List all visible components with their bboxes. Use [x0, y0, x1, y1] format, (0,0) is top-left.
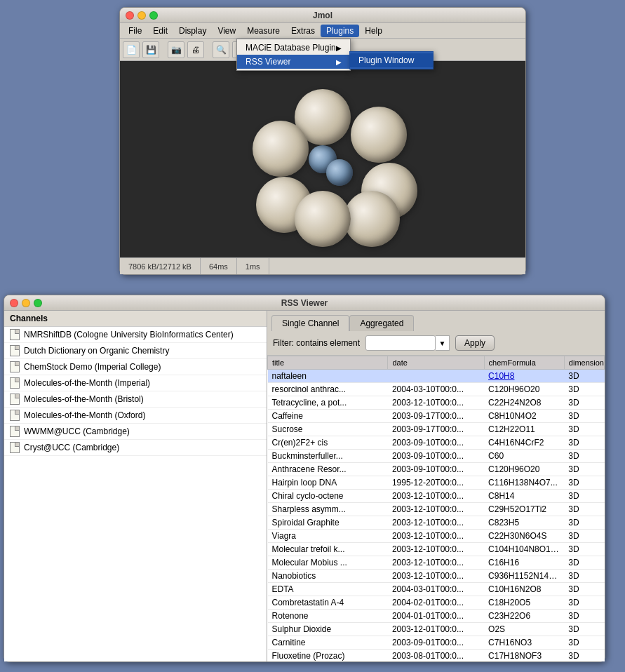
toolbar-zoom-in-btn[interactable]: 🔍: [213, 41, 229, 58]
rss-viewer-item[interactable]: RSS Viewer ▶: [237, 55, 350, 69]
channel-icon: [10, 410, 20, 421]
channel-item[interactable]: Molecules-of-the-Month (Oxford): [4, 408, 267, 424]
channel-icon: [10, 329, 20, 340]
cell-date: 2003-09-17T00:0...: [388, 423, 484, 436]
rss-maximize-button[interactable]: [34, 299, 42, 307]
cell-title: Anthracene Resor...: [268, 463, 388, 476]
tab-aggregated[interactable]: Aggregated: [349, 315, 414, 331]
channel-icon: [10, 426, 20, 437]
cell-formula: C7H16NO3: [484, 636, 564, 650]
table-row[interactable]: Buckminsterfuller... 2003-09-10T00:0... …: [268, 450, 605, 463]
cell-date: 2003-09-10T00:0...: [388, 463, 484, 476]
toolbar-open-btn[interactable]: 📄: [123, 41, 140, 58]
table-row[interactable]: Sharpless asymm... 2003-12-10T00:0... C2…: [268, 503, 605, 516]
table-row[interactable]: Molecular trefoil k... 2003-12-10T00:0..…: [268, 543, 605, 556]
menu-view[interactable]: View: [212, 25, 241, 37]
table-row[interactable]: Anthracene Resor... 2003-09-10T00:0... C…: [268, 463, 605, 476]
channel-name: NMRShiftDB (Cologne University BioInform…: [24, 330, 234, 340]
feed-table[interactable]: title date chemFormula dimension naftale…: [267, 356, 605, 661]
cell-formula: C22H30N6O4S: [484, 530, 564, 543]
cell-dimension: 3D: [564, 543, 604, 556]
cell-date: 2003-12-10T00:0...: [388, 543, 484, 556]
channel-item[interactable]: Dutch Dictionary on Organic Chemistry: [4, 343, 267, 359]
cell-title: Buckminsterfuller...: [268, 450, 388, 463]
cell-dimension: 3D: [564, 463, 604, 476]
close-button[interactable]: [126, 11, 134, 20]
cell-formula: C18H20O5: [484, 596, 564, 610]
cell-formula: C60: [484, 450, 564, 463]
time2-status: 1ms: [237, 258, 269, 274]
channel-item[interactable]: Molecules-of-the-Month (Imperial): [4, 375, 267, 391]
filter-dropdown-arrow[interactable]: ▼: [436, 335, 450, 351]
table-row[interactable]: Cr(en)2F2+ cis 2003-09-10T00:0... C4H16N…: [268, 436, 605, 450]
menu-help[interactable]: Help: [359, 25, 388, 37]
table-row[interactable]: Nanobiotics 2003-12-10T00:0... C936H1152…: [268, 570, 605, 583]
table-row[interactable]: Caffeine 2003-09-17T00:0... C8H10N4O2 3D: [268, 410, 605, 423]
menu-edit[interactable]: Edit: [147, 25, 173, 37]
cell-formula: C4H16N4CrF2: [484, 436, 564, 450]
table-row[interactable]: Sulphur Dioxide 2003-12-01T00:0... O2S 3…: [268, 623, 605, 636]
cell-formula: C8H14: [484, 490, 564, 503]
cell-date: 2004-03-01T00:0...: [388, 583, 484, 596]
cell-title: Nanobiotics: [268, 570, 388, 583]
cell-formula: C29H52O17Ti2: [484, 503, 564, 516]
table-row[interactable]: Rotenone 2004-01-01T00:0... C23H22O6 3D: [268, 610, 605, 623]
menu-plugins[interactable]: Plugins: [321, 25, 359, 37]
table-row[interactable]: Tetracycline, a pot... 2003-12-10T00:0..…: [268, 396, 605, 410]
channel-item[interactable]: ChemStock Demo (Imperial College): [4, 359, 267, 375]
table-row[interactable]: Hairpin loop DNA 1995-12-20T00:0... C116…: [268, 476, 605, 490]
table-row[interactable]: Sucrose 2003-09-17T00:0... C12H22O11 3D: [268, 423, 605, 436]
channel-item[interactable]: WWMM@UCC (Cambridge): [4, 424, 267, 440]
rss-submenu-arrow: ▶: [336, 58, 342, 66]
cell-dimension: 3D: [564, 596, 604, 610]
rss-close-button[interactable]: [10, 299, 18, 307]
table-row[interactable]: Carnitine 2003-09-01T00:0... C7H16NO3 3D: [268, 636, 605, 650]
table-row[interactable]: EDTA 2004-03-01T00:0... C10H16N2O8 3D: [268, 583, 605, 596]
minimize-button[interactable]: [137, 11, 146, 20]
plugin-window-item[interactable]: Plugin Window: [350, 53, 433, 67]
cell-date: 2003-12-10T00:0...: [388, 503, 484, 516]
cell-date: 2004-01-01T00:0...: [388, 610, 484, 623]
channel-item[interactable]: Cryst@UCC (Cambridge): [4, 440, 267, 456]
channel-name: Molecules-of-the-Month (Imperial): [24, 378, 150, 388]
menu-display[interactable]: Display: [173, 25, 212, 37]
menu-file[interactable]: File: [123, 25, 147, 37]
table-row[interactable]: Chiral cyclo-octene 2003-12-10T00:0... C…: [268, 490, 605, 503]
cell-date: 2003-09-10T00:0...: [388, 436, 484, 450]
molecule-canvas[interactable]: [120, 61, 525, 257]
cell-formula: C120H96O20: [484, 463, 564, 476]
filter-label: Filter: contains element: [273, 338, 360, 348]
channel-item[interactable]: NMRShiftDB (Cologne University BioInform…: [4, 327, 267, 343]
channel-item[interactable]: Molecules-of-the-Month (Bristol): [4, 391, 267, 408]
channel-name: Dutch Dictionary on Organic Chemistry: [24, 346, 169, 356]
filter-input[interactable]: [365, 335, 436, 351]
table-row[interactable]: Viagra 2003-12-10T00:0... C22H30N6O4S 3D: [268, 530, 605, 543]
table-row[interactable]: naftaleen C10H8 3D: [268, 370, 605, 383]
menu-extras[interactable]: Extras: [285, 25, 321, 37]
feed-tabs: Single Channel Aggregated: [267, 311, 605, 331]
menu-measure[interactable]: Measure: [241, 25, 285, 37]
jmol-titlebar: Jmol: [120, 8, 525, 23]
plugins-dropdown: MACiE Database Plugin ▶ RSS Viewer ▶: [236, 39, 351, 71]
table-body: naftaleen C10H8 3D resorcinol anthrac...…: [268, 370, 605, 662]
toolbar-print-btn[interactable]: 🖨: [187, 41, 204, 58]
table-row[interactable]: Molecular Mobius ... 2003-12-10T00:0... …: [268, 556, 605, 570]
rss-minimize-button[interactable]: [22, 299, 30, 307]
cell-dimension: 3D: [564, 570, 604, 583]
col-header-dimension: dimension: [564, 356, 604, 370]
toolbar-camera-btn[interactable]: 📷: [168, 41, 184, 58]
channels-list: NMRShiftDB (Cologne University BioInform…: [4, 327, 267, 456]
maximize-button[interactable]: [149, 11, 158, 20]
macie-plugin-item[interactable]: MACiE Database Plugin ▶: [237, 41, 350, 55]
cell-formula: C17H18NOF3: [484, 650, 564, 662]
table-row[interactable]: Combretastatin A-4 2004-02-01T00:0... C1…: [268, 596, 605, 610]
atom-top-left: [253, 121, 309, 177]
table-row[interactable]: resorcinol anthrac... 2004-03-10T00:0...…: [268, 383, 605, 396]
table-row[interactable]: Fluoxetine (Prozac) 2003-08-01T00:0... C…: [268, 650, 605, 662]
cell-title: Viagra: [268, 530, 388, 543]
toolbar-save-btn[interactable]: 💾: [142, 41, 159, 58]
tab-single-channel[interactable]: Single Channel: [271, 315, 349, 331]
table-row[interactable]: Spiroidal Graphite 2003-12-10T00:0... C8…: [268, 516, 605, 530]
apply-button[interactable]: Apply: [455, 335, 495, 351]
cell-title: Hairpin loop DNA: [268, 476, 388, 490]
